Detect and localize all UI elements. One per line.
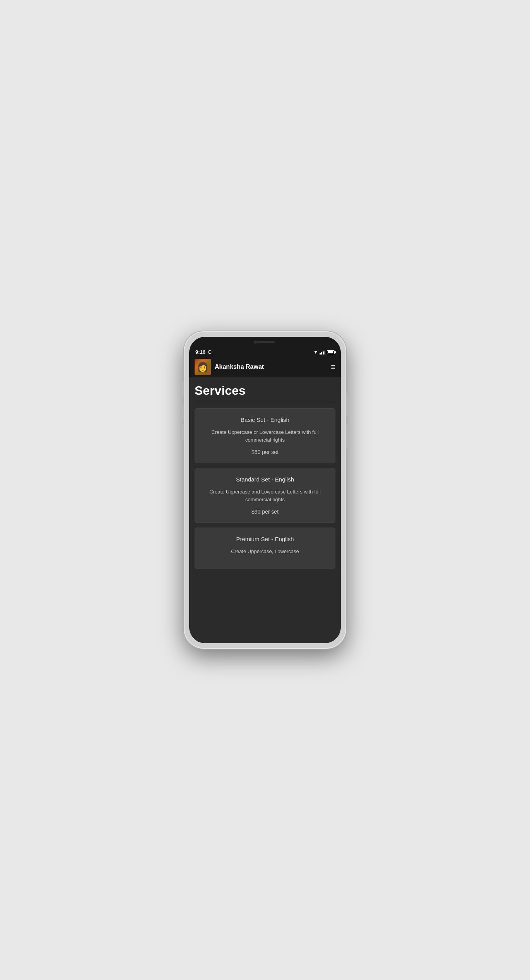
- service-name-basic: Basic Set - English: [201, 416, 329, 423]
- service-card-premium[interactable]: Premium Set - English Create Uppercase, …: [195, 528, 335, 569]
- status-time: 9:16: [195, 349, 205, 355]
- speaker-icon: [255, 341, 275, 343]
- user-name: Akanksha Rawat: [215, 363, 264, 370]
- phone-frame: 9:16 G ▼: [184, 331, 346, 649]
- avatar-image: [195, 359, 211, 375]
- service-card-basic[interactable]: Basic Set - English Create Uppercase or …: [195, 408, 335, 463]
- avatar: [195, 359, 211, 375]
- service-description-basic: Create Uppercase or Lowercase Letters wi…: [201, 428, 329, 444]
- main-content: Services Basic Set - English Create Uppe…: [189, 377, 341, 643]
- battery-fill: [328, 351, 333, 353]
- camera-icon: [253, 340, 257, 344]
- header-left: Akanksha Rawat: [195, 359, 264, 375]
- service-card-standard[interactable]: Standard Set - English Create Uppercase …: [195, 468, 335, 523]
- page-title: Services: [195, 384, 335, 398]
- status-carrier: G: [208, 349, 212, 355]
- title-divider: [195, 402, 335, 402]
- signal-icon: [320, 350, 325, 355]
- hamburger-menu-icon[interactable]: ≡: [331, 363, 335, 371]
- wifi-icon: ▼: [313, 350, 318, 355]
- header-bar: Akanksha Rawat ≡: [189, 356, 341, 377]
- service-price-standard: $90 per set: [201, 509, 329, 515]
- service-description-premium: Create Uppercase, Lowercase: [201, 548, 329, 555]
- service-name-standard: Standard Set - English: [201, 476, 329, 483]
- status-left: 9:16 G: [195, 349, 212, 355]
- status-bar: 9:16 G ▼: [189, 348, 341, 356]
- battery-icon: [327, 350, 335, 354]
- phone-screen: 9:16 G ▼: [189, 337, 341, 643]
- service-price-basic: $50 per set: [201, 449, 329, 455]
- phone-top-decoration: [189, 337, 341, 348]
- service-name-premium: Premium Set - English: [201, 536, 329, 542]
- status-right: ▼: [313, 350, 335, 355]
- service-description-standard: Create Uppercase and Lowercase Letters w…: [201, 488, 329, 503]
